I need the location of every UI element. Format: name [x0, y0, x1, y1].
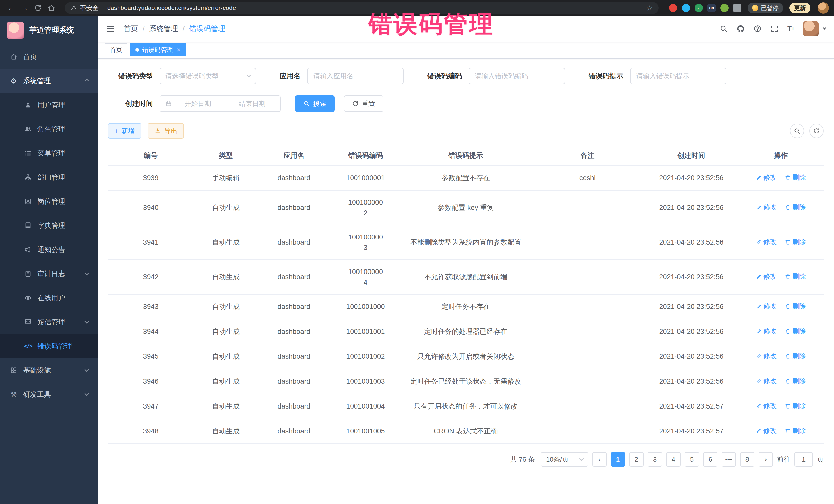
- switch-extension-icon[interactable]: on: [707, 4, 716, 12]
- question-icon[interactable]: [753, 25, 762, 33]
- reload-icon[interactable]: [32, 2, 44, 14]
- goto-page-input[interactable]: [794, 452, 813, 466]
- sidebar-item[interactable]: 用户管理: [0, 93, 97, 117]
- error-type-select[interactable]: 请选择错误码类型: [160, 68, 256, 84]
- edit-link[interactable]: 修改: [756, 326, 777, 336]
- export-button[interactable]: 导出: [148, 123, 184, 138]
- delete-link[interactable]: 删除: [785, 301, 806, 311]
- browser-update-button[interactable]: 更新: [789, 3, 810, 13]
- page-number-button[interactable]: 5: [685, 452, 699, 466]
- sidebar-item[interactable]: 通知公告: [0, 238, 97, 262]
- security-status[interactable]: 不安全: [71, 4, 98, 12]
- forward-icon[interactable]: →: [19, 2, 31, 14]
- cell-message: 不允许获取敏感配置到前端: [401, 260, 530, 294]
- sidebar-item[interactable]: 审计日志: [0, 262, 97, 286]
- edit-link[interactable]: 修改: [756, 401, 777, 411]
- cell-app: dashboard: [258, 225, 330, 260]
- next-page-button[interactable]: ›: [759, 452, 773, 466]
- app-name-input[interactable]: [307, 68, 404, 84]
- fullscreen-icon[interactable]: [770, 25, 778, 33]
- back-icon[interactable]: ←: [5, 2, 18, 14]
- type-placeholder: 请选择错误码类型: [165, 72, 243, 81]
- sidebar-item[interactable]: 菜单管理: [0, 141, 97, 165]
- delete-link[interactable]: 删除: [785, 202, 806, 212]
- home-icon[interactable]: [45, 2, 58, 14]
- user-avatar[interactable]: [803, 21, 819, 37]
- sidebar-item[interactable]: ⚙ 系统管理: [0, 69, 97, 93]
- sidebar-item[interactable]: ⚒ 研发工具: [0, 382, 97, 407]
- sidebar-item[interactable]: 角色管理: [0, 117, 97, 141]
- breadcrumb-system[interactable]: 系统管理: [149, 24, 178, 34]
- page-number-button[interactable]: 4: [666, 452, 681, 466]
- sidebar-item[interactable]: 短信管理: [0, 310, 97, 334]
- sidebar-item[interactable]: 基础设施: [0, 358, 97, 382]
- search-button[interactable]: 搜索: [295, 95, 335, 112]
- edit-link[interactable]: 修改: [756, 351, 777, 361]
- tag-home[interactable]: 首页: [105, 43, 127, 56]
- error-code-input[interactable]: [468, 68, 565, 84]
- address-bar[interactable]: 不安全 dashboard.yudao.iocoder.cn/system/er…: [65, 2, 659, 14]
- puzzle-extension-icon[interactable]: [733, 4, 741, 12]
- cell-app: dashboard: [258, 319, 330, 344]
- edit-link[interactable]: 修改: [756, 426, 777, 436]
- search-icon[interactable]: [720, 25, 728, 33]
- page-number-button[interactable]: 6: [703, 452, 718, 466]
- github-icon[interactable]: [737, 25, 745, 33]
- delete-link[interactable]: 删除: [785, 351, 806, 361]
- toggle-search-button[interactable]: [790, 124, 804, 138]
- page-number-button[interactable]: •••: [722, 452, 736, 466]
- paused-badge[interactable]: 已暂停: [748, 3, 783, 13]
- close-icon[interactable]: ×: [177, 46, 180, 53]
- bookmark-star-icon[interactable]: ☆: [646, 4, 653, 12]
- sidebar-item[interactable]: 字典管理: [0, 214, 97, 238]
- page-number-button[interactable]: 1: [611, 452, 625, 466]
- leaf-extension-icon[interactable]: [720, 4, 728, 12]
- edit-link[interactable]: 修改: [756, 202, 777, 212]
- cell-actions: 修改 删除: [738, 319, 824, 344]
- add-button[interactable]: + 新增: [108, 123, 141, 138]
- prev-page-button[interactable]: ‹: [592, 452, 607, 466]
- sidebar-item[interactable]: </> 错误码管理: [0, 334, 97, 358]
- delete-link[interactable]: 删除: [785, 401, 806, 411]
- edit-link[interactable]: 修改: [756, 376, 777, 386]
- sidebar-item[interactable]: 部门管理: [0, 165, 97, 190]
- delete-link[interactable]: 删除: [785, 326, 806, 336]
- delete-link[interactable]: 删除: [785, 426, 806, 436]
- delete-link[interactable]: 删除: [785, 172, 806, 182]
- page-number-button[interactable]: 2: [629, 452, 643, 466]
- edit-link[interactable]: 修改: [756, 301, 777, 311]
- delete-link[interactable]: 删除: [785, 271, 806, 282]
- breadcrumb-home[interactable]: 首页: [124, 24, 138, 34]
- chevron-down-icon: [579, 457, 584, 461]
- edit-link[interactable]: 修改: [756, 237, 777, 247]
- fontsize-icon[interactable]: TT: [787, 25, 794, 33]
- sidebar-item[interactable]: 岗位管理: [0, 190, 97, 214]
- download-icon: [154, 128, 161, 134]
- avatar-caret-icon[interactable]: [823, 26, 826, 29]
- page-size-select[interactable]: 10条/页: [541, 452, 588, 466]
- edit-link[interactable]: 修改: [756, 172, 777, 182]
- edit-link[interactable]: 修改: [756, 271, 777, 282]
- create-time-range-picker[interactable]: 开始日期 - 结束日期: [160, 95, 281, 112]
- refresh-table-button[interactable]: [809, 124, 824, 138]
- column-header-code: 错误码编码: [330, 146, 401, 166]
- sidebar-logo[interactable]: 芋道管理系统: [0, 16, 97, 45]
- check-extension-icon[interactable]: ✓: [695, 4, 703, 12]
- delete-link[interactable]: 删除: [785, 237, 806, 247]
- page-number-button[interactable]: 3: [648, 452, 662, 466]
- table-row: 3944 自动生成 dashboard 1001001001 定时任务的处理器已…: [108, 319, 824, 344]
- error-msg-input[interactable]: [630, 68, 726, 84]
- chevron-icon: [85, 392, 89, 396]
- page-number-button[interactable]: 8: [740, 452, 754, 466]
- url-text[interactable]: dashboard.yudao.iocoder.cn/system/error-…: [107, 4, 236, 12]
- tag-error-code[interactable]: 错误码管理 ×: [130, 43, 185, 56]
- sidebar-item[interactable]: 首页: [0, 45, 97, 69]
- extension-label: ✓: [697, 6, 700, 10]
- delete-link[interactable]: 删除: [785, 376, 806, 386]
- drop-extension-icon[interactable]: [682, 4, 690, 12]
- sidebar-item[interactable]: 在线用户: [0, 286, 97, 310]
- record-extension-icon[interactable]: [669, 4, 677, 12]
- browser-profile-avatar[interactable]: [817, 2, 829, 14]
- hamburger-icon[interactable]: [106, 24, 115, 34]
- reset-button[interactable]: 重置: [344, 95, 383, 112]
